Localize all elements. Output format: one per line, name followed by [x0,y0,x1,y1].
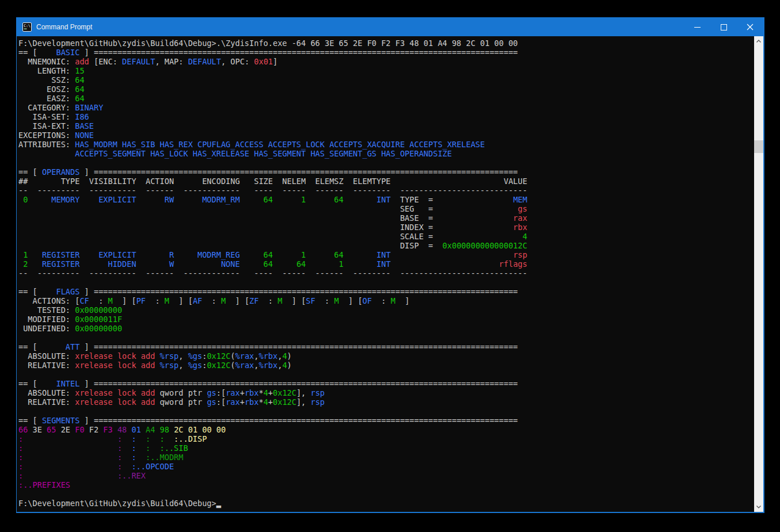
close-icon [747,24,754,30]
titlebar[interactable]: C:\ Command Prompt [17,18,763,36]
terminal-line: TESTED: 0x00000000 [18,305,527,315]
terminal-line: UNDEFINED: 0x00000000 [18,324,527,333]
terminal-line: == [ FLAGS ] ===========================… [18,287,527,296]
terminal-line: EOSZ: 64 [18,85,527,94]
terminal-line: ACTIONS: [CF : M ] [PF : M ] [AF : M ] [… [18,296,527,305]
command-prompt-window: C:\ Command Prompt F:\Development\GitHub… [16,17,764,513]
terminal-line: -- --------- ---------- ------ ---------… [18,269,527,278]
terminal-line [18,407,527,416]
terminal-line: SEG = gs [18,204,527,213]
terminal-line: : : : :..MODRM [18,453,527,462]
terminal-line: LENGTH: 15 [18,66,527,75]
scrollbar-thumb[interactable] [754,140,763,153]
terminal-line: SSZ: 64 [18,75,527,85]
terminal-line [18,489,527,499]
terminal-line: ABSOLUTE: xrelease lock add qword ptr gs… [18,388,527,397]
terminal-line: 66 3E 65 2E F0 F2 F3 48 01 A4 98 2C 01 0… [18,425,527,434]
terminal-line: CATEGORY: BINARY [18,103,527,112]
scroll-up-icon [756,40,761,43]
terminal-line: F:\Development\GitHub\zydis\Build64\Debu… [18,499,527,508]
terminal-line: EXCEPTIONS: NONE [18,131,527,140]
terminal-line: MNEMONIC: add [ENC: DEFAULT, MAP: DEFAUL… [18,57,527,66]
terminal-line: ABSOLUTE: xrelease lock add %rsp, %gs:0x… [18,351,527,361]
terminal-line: : : : : : :..DISP [18,434,527,443]
minimize-button[interactable] [684,18,710,36]
terminal-line: RELATIVE: xrelease lock add qword ptr gs… [18,397,527,407]
terminal-line [18,333,527,342]
scroll-up-button[interactable] [754,36,763,46]
terminal-line: DISP = 0x000000000000012C [18,241,527,250]
scroll-down-icon [756,506,761,508]
console-content: F:\Development\GitHub\zydis\Build64\Debu… [17,36,763,512]
cmd-icon: C:\ [22,22,32,32]
terminal-line: :..PREFIXES [18,480,527,489]
svg-text:C:\: C:\ [24,24,31,28]
terminal-line: 1 REGISTER EXPLICIT R MODRM_REG 64 1 64 … [18,250,527,259]
terminal-line: SCALE = 4 [18,232,527,241]
terminal-line: ATTRIBUTES: HAS_MODRM HAS_SIB HAS_REX CP… [18,140,527,149]
terminal-line: MODIFIED: 0x0000011F [18,315,527,324]
terminal-line [18,158,527,167]
minimize-icon [694,27,701,28]
terminal-line: ACCEPTS_SEGMENT HAS_LOCK HAS_XRELEASE HA… [18,149,527,158]
terminal-line: 0 MEMORY EXPLICIT RW MODRM_RM 64 1 64 IN… [18,195,527,204]
terminal-line: ## TYPE VISIBILITY ACTION ENCODING SIZE … [18,177,527,186]
terminal-line: ISA-EXT: BASE [18,121,527,131]
terminal-line: : : : : :..SIB [18,443,527,453]
terminal-line: -- --------- ---------- ------ ---------… [18,186,527,195]
scroll-down-button[interactable] [754,502,763,512]
scrollbar[interactable] [754,36,763,512]
terminal-line: == [ INTEL ] ===========================… [18,379,527,388]
terminal-line: == [ SEGMENTS ] ========================… [18,416,527,425]
terminal-line: == [ BASIC ] ===========================… [18,48,527,57]
terminal-line: RELATIVE: xrelease lock add %rsp, %gs:0x… [18,361,527,370]
terminal-line [18,370,527,379]
terminal-line: EASZ: 64 [18,94,527,103]
window-controls [684,18,763,36]
terminal-line: : :..REX [18,471,527,480]
terminal-line: == [ ATT ] =============================… [18,342,527,351]
terminal-line: INDEX = rbx [18,223,527,232]
terminal-line: ISA-SET: I86 [18,112,527,121]
maximize-icon [721,24,727,30]
terminal-line: == [ OPERANDS ] ========================… [18,167,527,177]
terminal-line: : : :..OPCODE [18,462,527,471]
window-title: Command Prompt [36,23,684,31]
terminal-line [18,278,527,287]
terminal-line: F:\Development\GitHub\zydis\Build64\Debu… [18,39,527,48]
terminal-line: BASE = rax [18,213,527,223]
maximize-button[interactable] [710,18,737,36]
terminal-line: 2 REGISTER HIDDEN W NONE 64 64 1 INT rfl… [18,259,527,269]
terminal-output[interactable]: F:\Development\GitHub\zydis\Build64\Debu… [18,39,527,508]
close-button[interactable] [737,18,763,36]
